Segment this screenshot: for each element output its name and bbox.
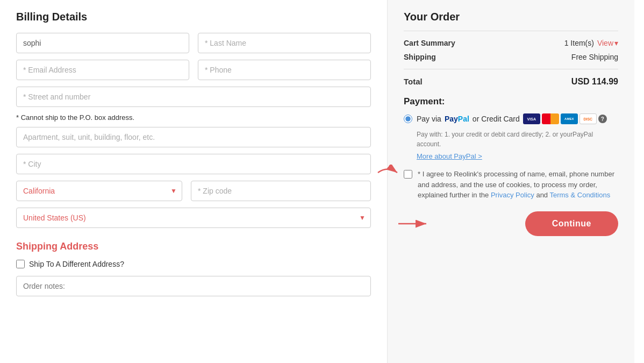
order-summary-section: Your Order Cart Summary 1 Item(s) View ▾… [387,0,634,363]
shipping-label: Shipping [404,53,436,61]
phone-field[interactable] [198,60,371,80]
street-field[interactable] [16,87,371,107]
continue-section: Continue [404,211,618,236]
discover-icon: DISC [579,113,597,124]
visa-icon: VISA [523,113,540,124]
country-select[interactable]: United States (US) Canada [16,208,371,228]
payment-title: Payment: [404,96,618,107]
payment-option-row: Pay via PayPal or Credit Card VISA AMEX … [404,113,618,124]
apartment-field[interactable] [16,127,371,147]
ship-different-label[interactable]: Ship To A Different Address? [29,260,124,268]
pay-via-text: Pay via [417,115,441,123]
payment-description: Pay with: 1. your credit or debit card d… [417,130,618,149]
state-zip-row: California New York Texas ▼ [16,181,371,201]
zip-field[interactable] [191,181,371,201]
shipping-section: Shipping Address Ship To A Different Add… [16,241,371,296]
privacy-policy-link[interactable]: Privacy Policy [491,191,534,199]
cart-summary-row: Cart Summary 1 Item(s) View ▾ [404,39,618,47]
state-wrapper: California New York Texas ▼ [16,181,182,201]
amex-icon: AMEX [561,113,578,124]
name-row [16,33,371,53]
shipping-value: Free Shipping [571,53,618,61]
terms-conditions-link[interactable]: Terms & Conditions [549,191,610,199]
last-name-field[interactable] [198,33,371,53]
first-name-field[interactable] [16,33,189,53]
billing-title: Billing Details [16,11,371,23]
view-cart-link[interactable]: View ▾ [597,39,618,47]
mastercard-icon [542,113,559,124]
more-paypal-link[interactable]: More about PayPal > [417,152,618,160]
ship-different-row: Ship To A Different Address? [16,260,371,268]
billing-section: Billing Details * Cannot ship to the P.O… [0,0,387,363]
continue-button[interactable]: Continue [525,211,618,236]
state-select[interactable]: California New York Texas [16,181,182,201]
total-row: Total USD 114.99 [404,69,618,87]
shipping-title: Shipping Address [16,241,371,252]
view-label: View [597,39,613,47]
city-field[interactable] [16,154,371,174]
order-notes-field[interactable] [16,276,371,296]
pay-or-text: or Credit Card [473,115,520,123]
continue-arrow-icon [398,217,431,230]
paypal-pay-text: Pay [445,115,458,123]
order-divider [404,31,618,31]
card-icons: VISA AMEX DISC ? [523,113,607,124]
paypal-logo: PayPal [445,115,469,123]
agree-section: * I agree to Reolink's processing of nam… [404,169,618,201]
paypal-pal-text: Pal [458,115,469,123]
country-row: United States (US) Canada ▼ [16,208,371,228]
paypal-label[interactable]: Pay via PayPal or Credit Card VISA AMEX … [417,113,607,124]
paypal-radio[interactable] [404,115,412,123]
total-label: Total [404,77,423,87]
cart-summary-label: Cart Summary [404,39,455,47]
contact-row [16,60,371,80]
po-box-note: * Cannot ship to the P.O. box address. [16,113,371,122]
country-wrapper: United States (US) Canada ▼ [16,208,371,228]
help-icon[interactable]: ? [598,115,607,123]
ship-different-checkbox[interactable] [16,260,25,268]
email-field[interactable] [16,60,189,80]
cart-summary-right: 1 Item(s) View ▾ [564,39,618,47]
agree-text-label[interactable]: * I agree to Reolink's processing of nam… [418,169,618,201]
agree-and-text: and [534,191,550,199]
cart-count: 1 Item(s) [564,39,594,47]
agree-checkbox[interactable] [404,170,412,179]
total-amount: USD 114.99 [571,77,618,87]
shipping-row: Shipping Free Shipping [404,53,618,61]
chevron-down-icon: ▾ [614,39,618,47]
order-title: Your Order [404,11,618,23]
agree-arrow-icon [377,165,403,181]
